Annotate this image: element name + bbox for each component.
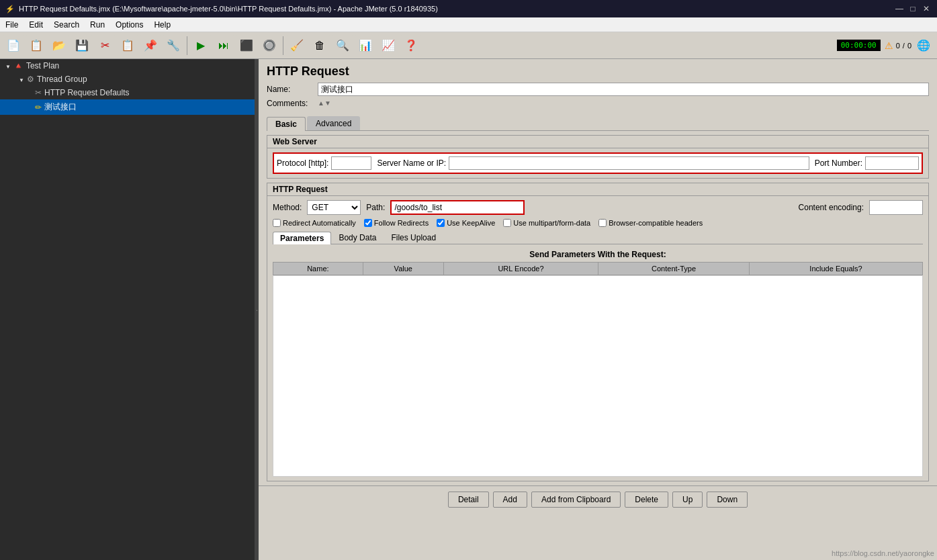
check-redirect-auto-input[interactable] <box>273 219 281 227</box>
toolbar: 📄 📋 📂 💾 ✂ 📋 📌 🔧 ▶ ⏭ ⬛ 🔘 🧹 🗑 🔍 📊 📈 ❓ 00:0… <box>0 32 937 59</box>
error-count: 0 <box>907 42 911 50</box>
tb-new-button[interactable]: 📄 <box>3 35 24 56</box>
server-field: Server Name or IP: <box>377 156 809 170</box>
maximize-button[interactable]: □ <box>907 3 918 14</box>
protocol-label: Protocol [http]: <box>277 158 328 168</box>
protocol-field: Protocol [http]: <box>277 156 371 170</box>
check-keepalive[interactable]: Use KeepAlive <box>437 219 495 227</box>
check-keepalive-input[interactable] <box>437 219 445 227</box>
port-input[interactable] <box>865 156 919 170</box>
title-bar-left: ⚡ HTTP Request Defaults.jmx (E:\Mysoftwa… <box>5 5 438 13</box>
warning-count: 0 <box>896 42 900 50</box>
panel-title: HTTP Request <box>267 64 929 79</box>
encoding-input[interactable] <box>869 200 923 215</box>
sub-tab-filesupload[interactable]: Files Upload <box>384 231 443 244</box>
method-label: Method: <box>273 203 302 212</box>
tree-item-httpdefaults[interactable]: ✂ HTTP Request Defaults <box>0 86 259 99</box>
tb-save-button[interactable]: 💾 <box>71 35 93 56</box>
comments-label: Comments: <box>267 99 314 108</box>
check-follow-redirects-input[interactable] <box>364 219 372 227</box>
window-title: HTTP Request Defaults.jmx (E:\Mysoftware… <box>19 5 438 13</box>
warning-icon: ⚠ <box>885 40 893 51</box>
tb-start-button[interactable]: ▶ <box>190 35 212 56</box>
menu-help[interactable]: Help <box>148 19 176 31</box>
tb-clear-all-button[interactable]: 🗑 <box>309 35 330 56</box>
menu-file[interactable]: File <box>0 19 24 31</box>
expand-icon <box>5 62 11 70</box>
sub-tab-parameters[interactable]: Parameters <box>273 232 331 244</box>
tb-start-no-pause-button[interactable]: ⏭ <box>213 35 234 56</box>
tree-item-threadgroup[interactable]: ⚙ Thread Group <box>0 73 259 86</box>
testplan-label: Test Plan <box>26 61 59 71</box>
protocol-input[interactable] <box>331 156 371 170</box>
col-value: Value <box>363 263 443 275</box>
tb-functions-button[interactable]: 📈 <box>377 35 399 56</box>
tree-item-testplan[interactable]: 🔺 Test Plan <box>0 59 259 73</box>
close-button[interactable]: ✕ <box>921 3 932 14</box>
method-select[interactable]: GET POST PUT DELETE HEAD OPTIONS PATCH <box>307 200 361 215</box>
web-server-content: Protocol [http]: Server Name or IP: Port… <box>267 148 928 178</box>
sub-tab-bodydata[interactable]: Body Data <box>331 231 384 244</box>
left-panel: 🔺 Test Plan ⚙ Thread Group ✂ HTTP Reques… <box>0 59 259 560</box>
tb-clear-button[interactable]: 🧹 <box>286 35 308 56</box>
tab-advanced[interactable]: Advanced <box>307 116 360 130</box>
sub-tabs: Parameters Body Data Files Upload <box>273 231 923 244</box>
add-from-clipboard-button[interactable]: Add from Clipboard <box>531 492 621 508</box>
check-redirect-auto-label: Redirect Automatically <box>283 219 356 227</box>
menu-options[interactable]: Options <box>110 19 148 31</box>
tb-shutdown-button[interactable]: 🔘 <box>259 35 280 56</box>
down-button[interactable]: Down <box>707 492 748 508</box>
tb-open-button[interactable]: 📂 <box>48 35 70 56</box>
check-keepalive-label: Use KeepAlive <box>447 219 495 227</box>
main-tabs: Basic Advanced <box>267 116 929 131</box>
name-label: Name: <box>267 85 314 94</box>
drag-dots: ··· <box>254 310 260 310</box>
col-includeequals: Include Equals? <box>750 263 923 275</box>
tb-remote-button[interactable]: 🌐 <box>913 35 934 56</box>
tb-search-button[interactable]: 🔍 <box>332 35 353 56</box>
panel-header: HTTP Request Name: Comments: ▲▼ <box>259 59 937 113</box>
web-server-title: Web Server <box>267 136 928 148</box>
check-follow-redirects[interactable]: Follow Redirects <box>364 219 429 227</box>
tb-cut-button[interactable]: ✂ <box>94 35 116 56</box>
params-heading: Send Parameters With the Request: <box>273 247 923 262</box>
tb-templates-button[interactable]: 📋 <box>26 35 47 56</box>
tb-help-button[interactable]: ❓ <box>400 35 422 56</box>
comments-row: Comments: ▲▼ <box>267 99 929 108</box>
name-input[interactable] <box>318 83 929 96</box>
panel-resize-handle[interactable]: ··· <box>255 59 259 560</box>
tree-item-api[interactable]: ✏ 测试接口 <box>0 99 259 115</box>
tb-expand-button[interactable]: 🔧 <box>163 35 184 56</box>
minimize-button[interactable]: — <box>894 3 905 14</box>
menu-run[interactable]: Run <box>85 19 110 31</box>
menu-edit[interactable]: Edit <box>24 19 48 31</box>
path-input[interactable] <box>390 200 525 215</box>
port-field: Port Number: <box>815 156 919 170</box>
add-button[interactable]: Add <box>493 492 527 508</box>
tb-report-button[interactable]: 📊 <box>355 35 376 56</box>
http-request-content: Method: GET POST PUT DELETE HEAD OPTIONS… <box>267 196 928 481</box>
menu-search[interactable]: Search <box>48 19 85 31</box>
detail-button[interactable]: Detail <box>448 492 489 508</box>
tb-copy-button[interactable]: 📋 <box>117 35 138 56</box>
check-redirect-auto[interactable]: Redirect Automatically <box>273 219 356 227</box>
http-request-title: HTTP Request <box>267 183 928 196</box>
toolbar-status: ⚠ 0 / 0 <box>885 40 911 51</box>
api-icon: ✏ <box>35 103 42 112</box>
check-multipart-input[interactable] <box>503 219 511 227</box>
web-server-row: Protocol [http]: Server Name or IP: Port… <box>273 152 923 174</box>
httpdefaults-label: HTTP Request Defaults <box>44 88 130 97</box>
check-browser-headers[interactable]: Browser-compatible headers <box>598 219 703 227</box>
tb-stop-button[interactable]: ⬛ <box>236 35 257 56</box>
http-request-section: HTTP Request Method: GET POST PUT DELETE… <box>267 183 929 481</box>
tb-paste-button[interactable]: 📌 <box>140 35 161 56</box>
up-button[interactable]: Up <box>672 492 703 508</box>
check-multipart[interactable]: Use multipart/form-data <box>503 219 590 227</box>
comments-toggle[interactable]: ▲▼ <box>318 99 331 107</box>
check-browser-headers-input[interactable] <box>598 219 607 227</box>
delete-button[interactable]: Delete <box>625 492 668 508</box>
title-bar-controls[interactable]: — □ ✕ <box>894 3 932 14</box>
col-name: Name: <box>273 263 363 275</box>
tab-basic[interactable]: Basic <box>267 117 306 131</box>
server-input[interactable] <box>449 156 809 170</box>
